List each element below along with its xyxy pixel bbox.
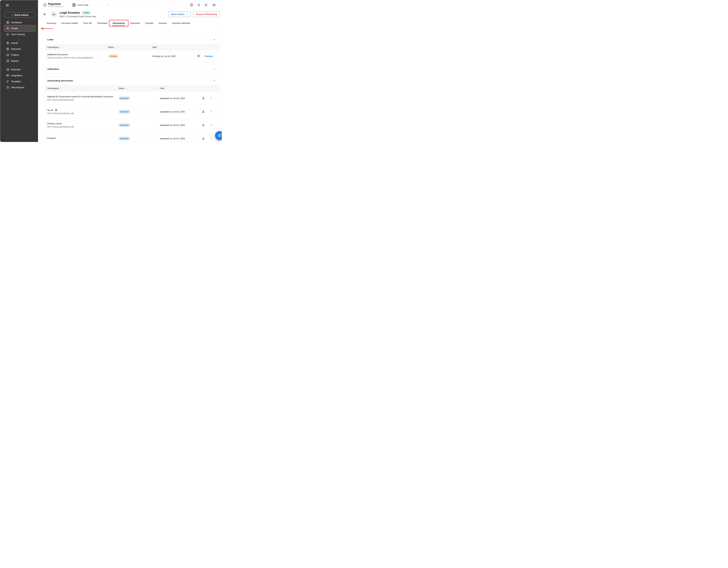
- sidebar-item-projects[interactable]: Projects: [5, 52, 36, 58]
- download-button[interactable]: [202, 96, 205, 100]
- document-subcategory: Tax ID: [47, 109, 53, 111]
- collapse-button[interactable]: [213, 38, 216, 41]
- more-options-button[interactable]: [209, 110, 213, 113]
- user-menu[interactable]: JN: [212, 3, 219, 7]
- clock-icon: [6, 33, 9, 36]
- more-options-button[interactable]: [209, 123, 213, 127]
- hamburger-icon: [5, 3, 9, 7]
- chevron-down-icon: [106, 4, 108, 6]
- sidebar-item-label: Integrations: [11, 74, 22, 77]
- more-options-button[interactable]: [209, 96, 213, 100]
- sidebar-item-label: Help Request: [11, 86, 24, 89]
- sidebar-item-templates[interactable]: Templates: [5, 78, 36, 84]
- document-date: Uploaded on Jul 03, 2025: [158, 110, 198, 113]
- person-subtitle: SDE 2 | Consultant Fixed | Acme corp: [59, 15, 96, 18]
- sidebar-spacer: [5, 37, 36, 40]
- collapse-button[interactable]: [213, 79, 216, 82]
- quick-actions-button[interactable]: Quick Actions: [5, 12, 35, 18]
- back-button[interactable]: [43, 12, 47, 16]
- settings-button[interactable]: [204, 3, 208, 7]
- chevron-down-icon: [32, 42, 34, 44]
- expenses-icon: [6, 68, 9, 71]
- sidebar-item-payments[interactable]: Payments: [5, 46, 36, 52]
- sidebar-item-help-request[interactable]: Help Request: [5, 84, 36, 90]
- sidebar-item-dashboard[interactable]: Dashboard: [5, 19, 36, 25]
- download-button[interactable]: [202, 110, 205, 113]
- tab-documents[interactable]: Documents: [112, 20, 125, 27]
- letter-section-header: Letter: [45, 35, 218, 44]
- status-badge: Active: [82, 11, 91, 14]
- person-info: Leigh Knowles Active SDE 2 | Consultant …: [59, 11, 96, 18]
- info-icon[interactable]: i: [55, 109, 57, 111]
- checklist-icon: [190, 3, 193, 7]
- menu-toggle-button[interactable]: [5, 3, 9, 7]
- chevron-up-icon: [213, 79, 215, 82]
- sidebar-item-reports[interactable]: Reports: [5, 58, 36, 64]
- tab-payrolls[interactable]: Payrolls: [145, 20, 154, 27]
- section-title: Addendum: [47, 68, 59, 70]
- sidebar: Quick Actions Dashboard People Time Trac…: [0, 0, 38, 142]
- document-subcategory: National ID/ Government Issued ID/ Perso…: [47, 95, 117, 98]
- request-offboarding-label: Request Offboarding: [196, 13, 217, 15]
- column-header: Status: [106, 46, 151, 48]
- expand-button[interactable]: [213, 67, 216, 71]
- chevron-down-icon: [217, 4, 219, 6]
- column-header: Date: [158, 87, 198, 89]
- status-badge: Pending: [108, 54, 119, 58]
- download-button[interactable]: [202, 123, 205, 127]
- sidebar-item-label: Templates: [11, 80, 21, 83]
- download-icon: [202, 110, 205, 113]
- tab-expenses[interactable]: Expenses: [130, 20, 140, 27]
- letter-table-header: Subcategory Status Date: [45, 44, 218, 50]
- delete-button[interactable]: [197, 54, 200, 58]
- quick-actions-label: Quick Actions: [15, 14, 29, 16]
- download-button[interactable]: [202, 137, 205, 140]
- sidebar-item-label: Time Tracking: [11, 33, 25, 36]
- tab-timesheet[interactable]: Timesheet: [97, 20, 108, 27]
- download-icon: [202, 137, 205, 140]
- app-window: Quick Actions Dashboard People Time Trac…: [0, 0, 222, 142]
- tab-summary[interactable]: Summary: [46, 20, 56, 27]
- company-name: Acme corp: [78, 4, 88, 6]
- payments-icon: [6, 47, 9, 50]
- sidebar-nav: Dashboard People Time Tracking Payroll P…: [0, 19, 38, 90]
- top-bar: Payoneer Workforce Management EN Acme co…: [38, 0, 222, 10]
- kebab-menu-icon: [210, 137, 213, 140]
- sidebar-spacer: [5, 64, 36, 66]
- tab-time-off[interactable]: Time Off: [83, 20, 92, 27]
- person-actions: More Actions Request Offboarding: [168, 12, 220, 17]
- trash-icon: [197, 54, 200, 57]
- addendum-section: Addendum: [45, 65, 219, 74]
- kebab-menu-icon: [210, 123, 213, 126]
- tab-payment-methods[interactable]: Payment Methods: [172, 20, 191, 27]
- payroll-icon: [6, 42, 9, 44]
- preview-link[interactable]: Preview: [205, 55, 213, 57]
- document-subcategory: Passport: [47, 137, 117, 139]
- notifications-button[interactable]: [197, 3, 200, 7]
- user-avatar: JN: [212, 3, 216, 7]
- tab-invoices[interactable]: Invoices: [158, 20, 167, 27]
- profile-tabs: Summary Personal Details Time Off Timesh…: [38, 18, 222, 27]
- sidebar-item-people[interactable]: People: [5, 25, 36, 31]
- document-filename: GBT Testing Specification.pdf: [47, 99, 117, 101]
- sidebar-item-expenses[interactable]: Expenses: [5, 66, 36, 72]
- status-badge: Uploaded: [119, 96, 130, 100]
- sidebar-item-label: Expenses: [11, 68, 21, 71]
- tasks-button[interactable]: [190, 3, 193, 7]
- sidebar-item-time-tracking[interactable]: Time Tracking: [5, 31, 36, 37]
- company-switcher[interactable]: EN Acme corp: [72, 3, 108, 7]
- sidebar-item-payroll[interactable]: Payroll: [5, 40, 36, 46]
- tab-personal-details[interactable]: Personal Details: [61, 20, 78, 27]
- document-date: Pending on Jul 18, 2025: [151, 55, 192, 57]
- back-arrow-icon: [43, 12, 47, 16]
- column-header: Status: [117, 87, 158, 89]
- sidebar-item-integrations[interactable]: Integrations: [5, 72, 36, 78]
- request-offboarding-button[interactable]: Request Offboarding: [193, 12, 220, 17]
- more-options-button[interactable]: [209, 137, 213, 140]
- person-name: Leigh Knowles: [59, 11, 80, 14]
- table-row: Passport Uploaded Uploaded on Jul 03, 20…: [45, 132, 218, 142]
- chevron-down-icon: [186, 13, 188, 15]
- sidebar-item-label: Reports: [11, 59, 19, 62]
- header-divider: [68, 3, 68, 7]
- more-actions-button[interactable]: More Actions: [168, 12, 190, 17]
